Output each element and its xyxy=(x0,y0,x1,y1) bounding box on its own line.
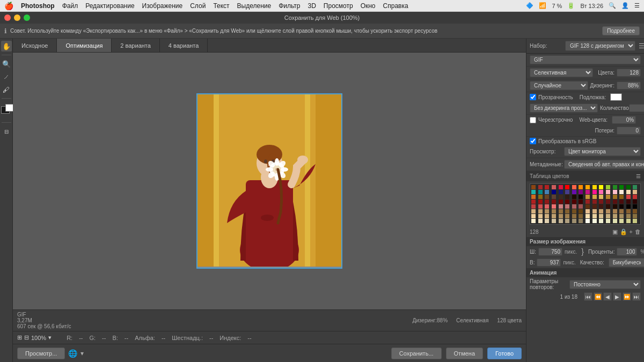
color-cell[interactable] xyxy=(545,204,549,209)
color-cell[interactable] xyxy=(619,214,624,218)
color-cell[interactable] xyxy=(606,200,610,204)
color-cell[interactable] xyxy=(545,219,549,223)
color-cell[interactable] xyxy=(586,214,590,218)
tab-2up[interactable]: 2 варианта xyxy=(112,39,160,52)
color-cell[interactable] xyxy=(531,195,536,199)
web-snap-input[interactable] xyxy=(612,116,636,124)
color-cell[interactable] xyxy=(531,185,536,189)
quantity-input[interactable] xyxy=(629,104,644,112)
color-cell[interactable] xyxy=(613,204,617,209)
cancel-button[interactable]: Отмена xyxy=(446,348,483,359)
color-cell[interactable] xyxy=(579,195,583,199)
color-cell[interactable] xyxy=(613,195,617,199)
color-cell[interactable] xyxy=(606,190,610,194)
color-cell[interactable] xyxy=(572,209,576,213)
color-cell[interactable] xyxy=(538,219,543,223)
color-cell[interactable] xyxy=(565,209,569,213)
maximize-button[interactable] xyxy=(24,14,30,21)
color-cell[interactable] xyxy=(559,200,563,204)
anim-next-btn[interactable]: ⏩ xyxy=(623,292,631,301)
add-color-icon[interactable]: + xyxy=(630,228,633,235)
color-cell[interactable] xyxy=(538,214,543,218)
color-cell[interactable] xyxy=(531,190,536,194)
color-cell[interactable] xyxy=(633,219,637,223)
color-cell[interactable] xyxy=(552,185,556,189)
color-cell[interactable] xyxy=(599,209,603,213)
color-cell[interactable] xyxy=(626,200,631,204)
srgb-checkbox[interactable] xyxy=(530,138,536,144)
menu-help[interactable]: Справка xyxy=(383,2,408,10)
more-button[interactable]: Подробнее xyxy=(602,26,640,35)
color-cell[interactable] xyxy=(586,185,590,189)
color-cell[interactable] xyxy=(592,185,597,189)
view-icon-1[interactable]: ⊞ xyxy=(17,334,22,341)
color-cell[interactable] xyxy=(565,190,569,194)
format-select[interactable]: GIF xyxy=(530,55,641,64)
color-cell[interactable] xyxy=(633,190,637,194)
color-cell[interactable] xyxy=(619,195,624,199)
color-cell[interactable] xyxy=(606,219,610,223)
anim-play-btn[interactable]: ▶ xyxy=(613,292,621,301)
color-cell[interactable] xyxy=(545,195,549,199)
color-cell[interactable] xyxy=(572,219,576,223)
color-cell[interactable] xyxy=(592,195,597,199)
color-cell[interactable] xyxy=(572,200,576,204)
repeat-select[interactable]: Постоянно xyxy=(569,280,641,289)
menu-icon[interactable]: ☰ xyxy=(634,2,640,9)
color-cell[interactable] xyxy=(586,219,590,223)
color-cell[interactable] xyxy=(559,209,563,213)
apple-menu[interactable]: 🍎 xyxy=(4,2,13,10)
color-cell[interactable] xyxy=(626,214,631,218)
color-cell[interactable] xyxy=(552,219,556,223)
color-cell[interactable] xyxy=(545,200,549,204)
color-cell[interactable] xyxy=(613,219,617,223)
color-cell[interactable] xyxy=(545,190,549,194)
menu-edit[interactable]: Редактирование xyxy=(85,2,134,10)
slice-tool[interactable]: ⟋ xyxy=(1,71,12,82)
color-cell[interactable] xyxy=(552,190,556,194)
quality-select[interactable]: Бикубическая xyxy=(609,258,644,267)
color-cell[interactable] xyxy=(572,195,576,199)
color-table-menu-icon[interactable]: ☰ xyxy=(636,173,641,179)
no-dither-select[interactable]: Без дизеринга проз... xyxy=(530,104,598,113)
color-cell[interactable] xyxy=(599,214,603,218)
color-cell[interactable] xyxy=(559,214,563,218)
color-cell[interactable] xyxy=(579,204,583,209)
toggle-view[interactable]: ⊟ xyxy=(1,126,12,137)
save-button[interactable]: Сохранить... xyxy=(391,348,442,359)
color-cell[interactable] xyxy=(559,185,563,189)
color-cell[interactable] xyxy=(565,185,569,189)
height-input[interactable] xyxy=(537,258,561,267)
menu-view[interactable]: Просмотр xyxy=(324,2,353,10)
color-cell[interactable] xyxy=(592,190,597,194)
color-cell[interactable] xyxy=(538,204,543,209)
color-cell[interactable] xyxy=(552,200,556,204)
color-cell[interactable] xyxy=(613,214,617,218)
color-cell[interactable] xyxy=(586,195,590,199)
preview-select[interactable]: Цвет монитора xyxy=(564,147,641,156)
percent-input[interactable] xyxy=(617,248,637,256)
color-cell[interactable] xyxy=(592,209,597,213)
color-cell[interactable] xyxy=(613,209,617,213)
tab-optimized[interactable]: Оптимизация xyxy=(57,39,112,52)
color-cell[interactable] xyxy=(606,185,610,189)
color-cell[interactable] xyxy=(633,204,637,209)
color-cell[interactable] xyxy=(619,219,624,223)
tab-4up[interactable]: 4 варианта xyxy=(160,39,208,52)
color-cell[interactable] xyxy=(552,195,556,199)
color-cell[interactable] xyxy=(606,214,610,218)
color-cell[interactable] xyxy=(619,185,624,189)
color-cell[interactable] xyxy=(538,190,543,194)
color-cell[interactable] xyxy=(579,209,583,213)
color-cell[interactable] xyxy=(626,195,631,199)
color-cell[interactable] xyxy=(592,214,597,218)
color-cell[interactable] xyxy=(613,185,617,189)
user-icon[interactable]: 👤 xyxy=(621,2,629,9)
dither-input[interactable] xyxy=(617,82,641,90)
color-cell[interactable] xyxy=(586,209,590,213)
color-cell[interactable] xyxy=(626,219,631,223)
color-cell[interactable] xyxy=(579,185,583,189)
palette-select[interactable]: Селективная xyxy=(530,68,593,77)
color-cell[interactable] xyxy=(619,190,624,194)
minimize-button[interactable] xyxy=(14,14,20,21)
